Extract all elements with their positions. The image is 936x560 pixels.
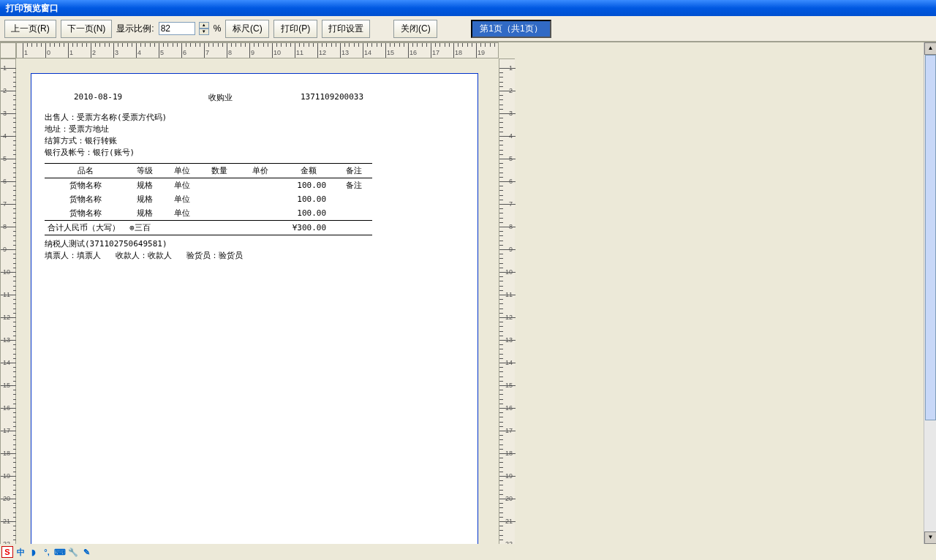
print-button[interactable]: 打印(P)	[273, 20, 317, 38]
next-page-button[interactable]: 下一页(N)	[61, 20, 113, 38]
page-indicator[interactable]: 第1页（共1页）	[471, 20, 551, 38]
zoom-label: 显示比例:	[116, 23, 154, 35]
ruler-button[interactable]: 标尺(C)	[225, 20, 269, 38]
zoom-input[interactable]	[159, 22, 195, 35]
zoom-spinner[interactable]: ▲▼	[199, 22, 209, 35]
zoom-percent-label: %	[214, 23, 222, 34]
toolbar: 上一页(R) 下一页(N) 显示比例: ▲▼ % 标尺(C) 打印(P) 打印设…	[0, 16, 936, 42]
prev-page-button[interactable]: 上一页(R)	[4, 20, 56, 38]
title-bar: 打印预览窗口	[0, 0, 936, 16]
print-setup-button[interactable]: 打印设置	[322, 20, 370, 38]
close-button[interactable]: 关闭(C)	[393, 20, 437, 38]
window-title: 打印预览窗口	[6, 3, 58, 13]
